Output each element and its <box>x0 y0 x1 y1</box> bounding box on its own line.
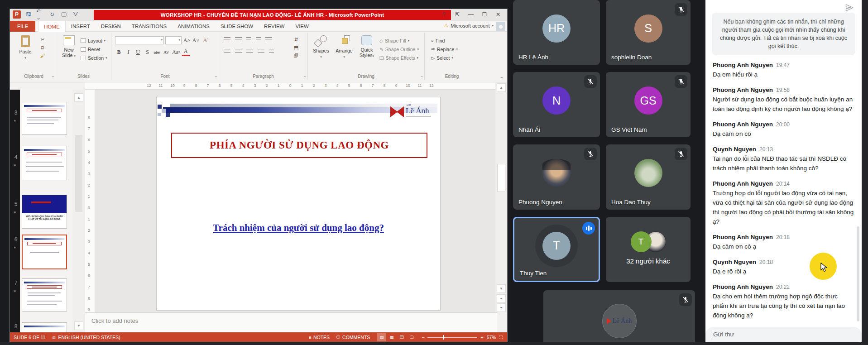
slide-question-text[interactable]: Trách nhiệm của người sử dụng lao động? <box>157 222 440 234</box>
align-center-icon[interactable] <box>235 49 242 54</box>
start-slideshow-icon[interactable]: 🖵 <box>60 10 68 19</box>
select-button[interactable]: ▷ Select▾ <box>431 53 458 62</box>
new-slide-button[interactable]: New Slide ▾ <box>59 34 79 58</box>
main-scrollbar[interactable]: ▲ ▼ ⏶ ⏷ <box>495 82 507 312</box>
participant-tile[interactable]: GS GS Viet Nam <box>606 72 691 137</box>
tab-view[interactable]: VIEW <box>290 21 314 32</box>
italic-button[interactable]: I <box>125 48 132 56</box>
chat-scrollbar[interactable] <box>857 226 859 321</box>
text-shadow-button[interactable]: S <box>144 48 151 56</box>
slide-sorter-view-icon[interactable]: ▦ <box>387 333 396 341</box>
convert-smartart-icon[interactable]: 🗊 <box>292 52 301 60</box>
more-participants-tile[interactable]: T 32 người khác <box>606 217 691 282</box>
copy-icon[interactable]: ⧉ <box>38 43 47 52</box>
font-dialog-launcher[interactable]: ⌐ <box>215 74 217 78</box>
scroll-down-icon[interactable]: ▼ <box>74 321 83 330</box>
zoom-in-icon[interactable]: + <box>480 335 483 340</box>
zoom-slider[interactable] <box>427 337 477 338</box>
title-bar[interactable]: P 🖫 ↶ ⌄ ↻ 🖵 ᗊ WORKSHOP HR - CHUYÊN ĐỀ TA… <box>10 9 507 21</box>
redo-icon[interactable]: ↻ <box>48 10 56 19</box>
chat-input[interactable]: Gửi thư <box>705 327 862 342</box>
section-button[interactable]: Section▾ <box>81 53 107 62</box>
change-case-button[interactable]: Aa▾ <box>172 48 180 56</box>
zoom-out-icon[interactable]: − <box>422 335 424 340</box>
tab-insert[interactable]: INSERT <box>66 21 96 32</box>
collapse-ribbon-icon[interactable]: ⌃ <box>500 76 504 81</box>
slideshow-view-icon[interactable]: 🖵 <box>407 333 416 341</box>
numbering-icon[interactable] <box>235 37 242 42</box>
find-button[interactable]: ⌕ Find <box>431 36 458 45</box>
text-direction-icon[interactable]: ⇵ <box>292 35 301 43</box>
strikethrough-button[interactable]: abc <box>153 48 161 56</box>
participant-tile-speaking[interactable]: T Thuy Tien <box>513 217 600 282</box>
reading-view-icon[interactable]: 🗖 <box>397 333 406 341</box>
cut-icon[interactable]: ✂ <box>38 35 47 43</box>
layout-button[interactable]: Layout▾ <box>81 36 107 45</box>
participant-tile[interactable]: Lê Ánh <box>543 290 695 345</box>
participant-tile[interactable]: HR HR Lê Ánh <box>513 0 600 65</box>
replace-button[interactable]: ab Replace▾ <box>431 45 458 53</box>
thumbnail-slide-4[interactable] <box>22 146 67 180</box>
next-slide-icon[interactable]: ⏷ <box>497 303 506 312</box>
tab-animations[interactable]: ANIMATIONS <box>172 21 215 32</box>
line-spacing-icon[interactable] <box>265 37 272 42</box>
tab-design[interactable]: DESIGN <box>96 21 126 32</box>
tab-file[interactable]: FILE <box>10 21 35 32</box>
thumbnail-slide-3[interactable] <box>22 102 67 135</box>
bold-button[interactable]: B <box>115 48 123 56</box>
thumbnail-slide-8[interactable] <box>22 322 67 332</box>
notes-toggle[interactable]: ≡ NOTES <box>309 335 330 340</box>
thumbnail-scrollbar[interactable]: ▲ ▼ <box>72 90 85 332</box>
participant-tile[interactable]: Phuong Nguyen <box>513 144 600 210</box>
shrink-font-button[interactable]: A˅ <box>192 36 200 44</box>
notes-pane[interactable]: Click to add notes <box>85 312 497 332</box>
customize-qat-icon[interactable]: ᗊ <box>72 10 80 19</box>
shapes-button[interactable]: Shapes▾ <box>311 34 331 59</box>
save-icon[interactable]: 🖫 <box>24 10 33 19</box>
shape-fill-button[interactable]: ◇ Shape Fill▾ <box>379 36 419 45</box>
tab-transitions[interactable]: TRANSITIONS <box>126 21 172 32</box>
slide[interactable]: HR Lê Ánh PHÍA NGƯỜI SỬ DỤNG LAO ĐỘNG Tr… <box>157 97 440 310</box>
bullets-icon[interactable] <box>224 37 230 42</box>
thumbnail-slide-6-selected[interactable] <box>22 235 67 269</box>
format-painter-icon[interactable]: 🖌 <box>38 52 47 60</box>
underline-button[interactable]: U <box>134 48 142 56</box>
help-button[interactable]: ? <box>438 10 449 19</box>
participant-tile[interactable]: N Nhân Ái <box>513 72 600 137</box>
clipboard-dialog-launcher[interactable]: ⌐ <box>52 74 54 78</box>
justify-icon[interactable] <box>258 49 264 54</box>
maximize-button[interactable]: ☐ <box>479 10 490 19</box>
quick-styles-button[interactable]: Quick Styles▾ <box>357 34 377 58</box>
comments-toggle[interactable]: 🗨 COMMENTS <box>336 335 370 340</box>
scroll-down-icon[interactable]: ▼ <box>497 284 506 293</box>
arrange-button[interactable]: Arrange▾ <box>333 34 355 59</box>
increase-indent-icon[interactable] <box>256 37 261 42</box>
normal-view-icon[interactable]: ▤ <box>377 333 386 341</box>
previous-slide-icon[interactable]: ⏶ <box>497 294 506 303</box>
tab-review[interactable]: REVIEW <box>259 21 290 32</box>
shape-effects-button[interactable]: ❏ Shape Effects▾ <box>379 53 419 62</box>
minimize-button[interactable]: — <box>465 10 476 19</box>
tab-home[interactable]: HOME <box>38 21 66 32</box>
align-text-icon[interactable]: ⬒ <box>292 43 301 52</box>
character-spacing-button[interactable]: AV <box>163 48 170 56</box>
thumbnail-slide-5[interactable]: HIỂU ĐÚNG QUY ĐỊNH CỦA PHÁP LUẬT VỀ TAI … <box>22 195 67 229</box>
tab-slide-show[interactable]: SLIDE SHOW <box>215 21 259 32</box>
paragraph-dialog-launcher[interactable]: ⌐ <box>304 74 306 78</box>
paste-button[interactable]: Paste▾ <box>15 34 35 60</box>
drawing-dialog-launcher[interactable]: ⌐ <box>421 74 423 78</box>
decrease-indent-icon[interactable] <box>246 37 251 42</box>
participant-tile[interactable]: Hoa Dao Thuy <box>606 144 691 210</box>
scroll-up-icon[interactable]: ▲ <box>74 93 83 102</box>
undo-icon[interactable]: ↶ ⌄ <box>36 10 44 19</box>
zoom-level[interactable]: 57% <box>487 335 496 340</box>
scroll-up-icon[interactable]: ▲ <box>497 83 506 92</box>
reset-button[interactable]: Reset <box>81 45 107 53</box>
close-button[interactable]: ✕ <box>493 10 504 19</box>
thumbnail-slide-7[interactable] <box>22 278 67 311</box>
align-left-icon[interactable] <box>224 49 230 54</box>
align-right-icon[interactable] <box>246 49 253 54</box>
fit-to-window-icon[interactable]: ⛶ <box>499 335 503 340</box>
send-message-icon[interactable] <box>844 3 854 14</box>
grow-font-button[interactable]: A˄ <box>183 36 191 44</box>
